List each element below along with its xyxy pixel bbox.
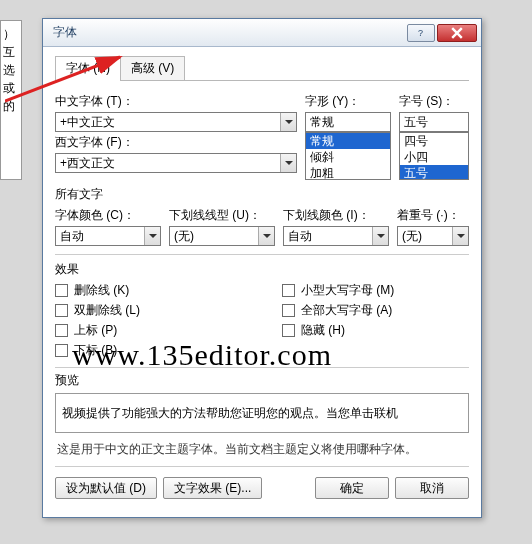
size-input[interactable]: 五号 — [400, 114, 468, 131]
help-button[interactable]: ? — [407, 24, 435, 42]
chevron-down-icon[interactable] — [452, 227, 468, 245]
chk-super[interactable]: 上标 (P) — [55, 322, 242, 339]
label-underline: 下划线线型 (U)： — [169, 207, 275, 224]
chinese-font-combo[interactable]: +中文正文 — [55, 112, 297, 132]
chk-strike[interactable]: 删除线 (K) — [55, 282, 242, 299]
text-effects-button[interactable]: 文字效果 (E)... — [163, 477, 262, 499]
heading-allchars: 所有文字 — [55, 186, 469, 203]
list-item[interactable]: 加粗 — [306, 165, 390, 180]
tabstrip: 字体 (N) 高级 (V) — [55, 55, 469, 81]
background-snippet: ）互选 或 的 — [0, 20, 22, 180]
style-input[interactable]: 常规 — [306, 114, 390, 131]
list-item[interactable]: 五号 — [400, 165, 468, 180]
preview-box: 视频提供了功能强大的方法帮助您证明您的观点。当您单击联机 — [55, 393, 469, 433]
titlebar: 字体 ? — [43, 19, 481, 47]
chevron-down-icon[interactable] — [280, 154, 296, 172]
chevron-down-icon[interactable] — [144, 227, 160, 245]
svg-text:?: ? — [418, 28, 423, 38]
label-emphasis: 着重号 (·)： — [397, 207, 469, 224]
label-style: 字形 (Y)： — [305, 93, 391, 110]
label-color: 字体颜色 (C)： — [55, 207, 161, 224]
window-title: 字体 — [53, 24, 405, 41]
label-size: 字号 (S)： — [399, 93, 469, 110]
list-item[interactable]: 常规 — [306, 133, 390, 149]
label-chinese-font: 中文字体 (T)： — [55, 93, 297, 110]
color-combo[interactable]: 自动 — [55, 226, 161, 246]
tab-advanced[interactable]: 高级 (V) — [120, 56, 185, 81]
style-list[interactable]: 常规 倾斜 加粗 — [305, 132, 391, 180]
tab-font[interactable]: 字体 (N) — [55, 56, 121, 81]
set-default-button[interactable]: 设为默认值 (D) — [55, 477, 157, 499]
heading-effects: 效果 — [55, 261, 469, 278]
ulcolor-combo[interactable]: 自动 — [283, 226, 389, 246]
chevron-down-icon[interactable] — [258, 227, 274, 245]
label-western-font: 西文字体 (F)： — [55, 134, 297, 151]
label-ulcolor: 下划线颜色 (I)： — [283, 207, 389, 224]
list-item[interactable]: 小四 — [400, 149, 468, 165]
western-font-combo[interactable]: +西文正文 — [55, 153, 297, 173]
list-item[interactable]: 倾斜 — [306, 149, 390, 165]
size-list[interactable]: 四号 小四 五号 — [399, 132, 469, 180]
font-dialog: 字体 ? 字体 (N) 高级 (V) 中文字体 (T)： +中文正文 西文字体 … — [42, 18, 482, 518]
chk-dblstrike[interactable]: 双删除线 (L) — [55, 302, 242, 319]
preview-desc: 这是用于中文的正文主题字体。当前文档主题定义将使用哪种字体。 — [57, 441, 467, 458]
underline-combo[interactable]: (无) — [169, 226, 275, 246]
chevron-down-icon[interactable] — [372, 227, 388, 245]
chk-sub[interactable]: 下标 (B) — [55, 342, 242, 359]
chk-hidden[interactable]: 隐藏 (H) — [282, 322, 469, 339]
cancel-button[interactable]: 取消 — [395, 477, 469, 499]
heading-preview: 预览 — [55, 372, 469, 389]
chevron-down-icon[interactable] — [280, 113, 296, 131]
close-button[interactable] — [437, 24, 477, 42]
chk-smallcaps[interactable]: 小型大写字母 (M) — [282, 282, 469, 299]
emphasis-combo[interactable]: (无) — [397, 226, 469, 246]
ok-button[interactable]: 确定 — [315, 477, 389, 499]
chk-allcaps[interactable]: 全部大写字母 (A) — [282, 302, 469, 319]
list-item[interactable]: 四号 — [400, 133, 468, 149]
